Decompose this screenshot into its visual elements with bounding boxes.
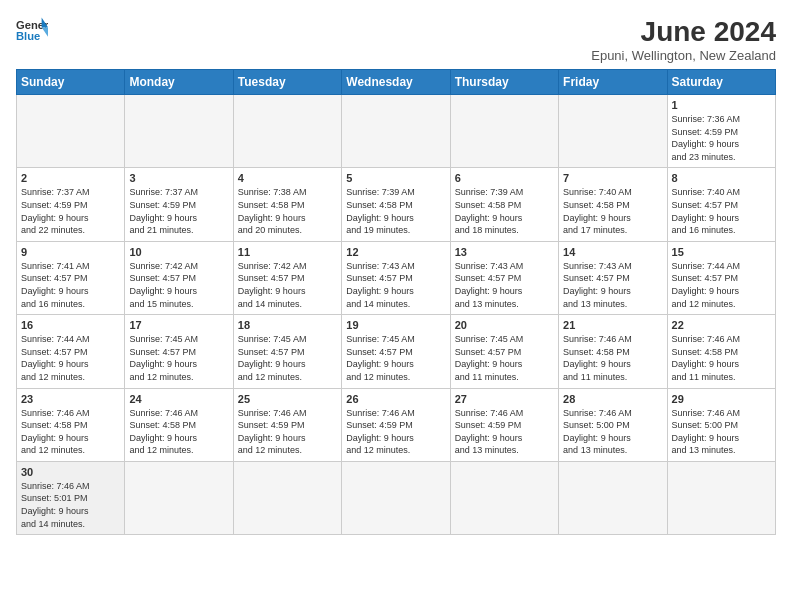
calendar-cell: 20Sunrise: 7:45 AMSunset: 4:57 PMDayligh… bbox=[450, 315, 558, 388]
day-info: Sunrise: 7:46 AMSunset: 5:00 PMDaylight:… bbox=[563, 407, 662, 457]
calendar-cell: 5Sunrise: 7:39 AMSunset: 4:58 PMDaylight… bbox=[342, 168, 450, 241]
calendar-cell: 2Sunrise: 7:37 AMSunset: 4:59 PMDaylight… bbox=[17, 168, 125, 241]
day-info: Sunrise: 7:41 AMSunset: 4:57 PMDaylight:… bbox=[21, 260, 120, 310]
day-number: 9 bbox=[21, 246, 120, 258]
day-info: Sunrise: 7:46 AMSunset: 4:58 PMDaylight:… bbox=[672, 333, 771, 383]
calendar-cell: 10Sunrise: 7:42 AMSunset: 4:57 PMDayligh… bbox=[125, 241, 233, 314]
calendar-cell: 18Sunrise: 7:45 AMSunset: 4:57 PMDayligh… bbox=[233, 315, 341, 388]
day-number: 5 bbox=[346, 172, 445, 184]
calendar-week-1: 2Sunrise: 7:37 AMSunset: 4:59 PMDaylight… bbox=[17, 168, 776, 241]
day-number: 24 bbox=[129, 393, 228, 405]
day-number: 7 bbox=[563, 172, 662, 184]
calendar-cell bbox=[125, 461, 233, 534]
calendar-cell: 12Sunrise: 7:43 AMSunset: 4:57 PMDayligh… bbox=[342, 241, 450, 314]
day-number: 27 bbox=[455, 393, 554, 405]
calendar-cell: 3Sunrise: 7:37 AMSunset: 4:59 PMDaylight… bbox=[125, 168, 233, 241]
title-block: June 2024 Epuni, Wellington, New Zealand bbox=[591, 16, 776, 63]
day-number: 16 bbox=[21, 319, 120, 331]
day-number: 19 bbox=[346, 319, 445, 331]
logo: General Blue bbox=[16, 16, 48, 44]
calendar-cell: 21Sunrise: 7:46 AMSunset: 4:58 PMDayligh… bbox=[559, 315, 667, 388]
day-info: Sunrise: 7:37 AMSunset: 4:59 PMDaylight:… bbox=[129, 186, 228, 236]
calendar-week-0: 1Sunrise: 7:36 AMSunset: 4:59 PMDaylight… bbox=[17, 95, 776, 168]
calendar-header-row: SundayMondayTuesdayWednesdayThursdayFrid… bbox=[17, 70, 776, 95]
day-number: 10 bbox=[129, 246, 228, 258]
day-number: 25 bbox=[238, 393, 337, 405]
day-info: Sunrise: 7:42 AMSunset: 4:57 PMDaylight:… bbox=[129, 260, 228, 310]
header-monday: Monday bbox=[125, 70, 233, 95]
calendar-cell: 11Sunrise: 7:42 AMSunset: 4:57 PMDayligh… bbox=[233, 241, 341, 314]
page-header: General Blue June 2024 Epuni, Wellington… bbox=[16, 16, 776, 63]
calendar-cell bbox=[667, 461, 775, 534]
calendar-cell: 8Sunrise: 7:40 AMSunset: 4:57 PMDaylight… bbox=[667, 168, 775, 241]
day-number: 13 bbox=[455, 246, 554, 258]
calendar-cell bbox=[233, 461, 341, 534]
day-info: Sunrise: 7:46 AMSunset: 4:59 PMDaylight:… bbox=[238, 407, 337, 457]
day-info: Sunrise: 7:46 AMSunset: 5:00 PMDaylight:… bbox=[672, 407, 771, 457]
day-number: 1 bbox=[672, 99, 771, 111]
day-number: 30 bbox=[21, 466, 120, 478]
day-info: Sunrise: 7:43 AMSunset: 4:57 PMDaylight:… bbox=[563, 260, 662, 310]
calendar-cell: 14Sunrise: 7:43 AMSunset: 4:57 PMDayligh… bbox=[559, 241, 667, 314]
day-number: 21 bbox=[563, 319, 662, 331]
calendar-table: SundayMondayTuesdayWednesdayThursdayFrid… bbox=[16, 69, 776, 535]
day-info: Sunrise: 7:44 AMSunset: 4:57 PMDaylight:… bbox=[672, 260, 771, 310]
calendar-cell: 16Sunrise: 7:44 AMSunset: 4:57 PMDayligh… bbox=[17, 315, 125, 388]
header-sunday: Sunday bbox=[17, 70, 125, 95]
day-number: 22 bbox=[672, 319, 771, 331]
day-info: Sunrise: 7:45 AMSunset: 4:57 PMDaylight:… bbox=[346, 333, 445, 383]
day-number: 8 bbox=[672, 172, 771, 184]
calendar-cell bbox=[342, 461, 450, 534]
day-info: Sunrise: 7:39 AMSunset: 4:58 PMDaylight:… bbox=[455, 186, 554, 236]
header-saturday: Saturday bbox=[667, 70, 775, 95]
day-info: Sunrise: 7:44 AMSunset: 4:57 PMDaylight:… bbox=[21, 333, 120, 383]
calendar-cell: 29Sunrise: 7:46 AMSunset: 5:00 PMDayligh… bbox=[667, 388, 775, 461]
day-number: 23 bbox=[21, 393, 120, 405]
calendar-cell: 9Sunrise: 7:41 AMSunset: 4:57 PMDaylight… bbox=[17, 241, 125, 314]
month-title: June 2024 bbox=[591, 16, 776, 48]
calendar-cell: 22Sunrise: 7:46 AMSunset: 4:58 PMDayligh… bbox=[667, 315, 775, 388]
day-info: Sunrise: 7:43 AMSunset: 4:57 PMDaylight:… bbox=[455, 260, 554, 310]
calendar-cell: 1Sunrise: 7:36 AMSunset: 4:59 PMDaylight… bbox=[667, 95, 775, 168]
day-info: Sunrise: 7:38 AMSunset: 4:58 PMDaylight:… bbox=[238, 186, 337, 236]
calendar-cell: 17Sunrise: 7:45 AMSunset: 4:57 PMDayligh… bbox=[125, 315, 233, 388]
calendar-week-2: 9Sunrise: 7:41 AMSunset: 4:57 PMDaylight… bbox=[17, 241, 776, 314]
day-number: 14 bbox=[563, 246, 662, 258]
day-number: 15 bbox=[672, 246, 771, 258]
calendar-cell bbox=[342, 95, 450, 168]
calendar-week-5: 30Sunrise: 7:46 AMSunset: 5:01 PMDayligh… bbox=[17, 461, 776, 534]
day-number: 26 bbox=[346, 393, 445, 405]
day-info: Sunrise: 7:45 AMSunset: 4:57 PMDaylight:… bbox=[455, 333, 554, 383]
calendar-cell: 23Sunrise: 7:46 AMSunset: 4:58 PMDayligh… bbox=[17, 388, 125, 461]
day-info: Sunrise: 7:43 AMSunset: 4:57 PMDaylight:… bbox=[346, 260, 445, 310]
calendar-cell bbox=[559, 95, 667, 168]
calendar-cell bbox=[559, 461, 667, 534]
day-number: 17 bbox=[129, 319, 228, 331]
day-info: Sunrise: 7:36 AMSunset: 4:59 PMDaylight:… bbox=[672, 113, 771, 163]
header-friday: Friday bbox=[559, 70, 667, 95]
day-info: Sunrise: 7:46 AMSunset: 4:58 PMDaylight:… bbox=[21, 407, 120, 457]
calendar-cell bbox=[125, 95, 233, 168]
day-info: Sunrise: 7:45 AMSunset: 4:57 PMDaylight:… bbox=[129, 333, 228, 383]
calendar-week-4: 23Sunrise: 7:46 AMSunset: 4:58 PMDayligh… bbox=[17, 388, 776, 461]
calendar-cell: 15Sunrise: 7:44 AMSunset: 4:57 PMDayligh… bbox=[667, 241, 775, 314]
calendar-cell: 24Sunrise: 7:46 AMSunset: 4:58 PMDayligh… bbox=[125, 388, 233, 461]
location-subtitle: Epuni, Wellington, New Zealand bbox=[591, 48, 776, 63]
calendar-cell: 7Sunrise: 7:40 AMSunset: 4:58 PMDaylight… bbox=[559, 168, 667, 241]
calendar-cell: 4Sunrise: 7:38 AMSunset: 4:58 PMDaylight… bbox=[233, 168, 341, 241]
day-info: Sunrise: 7:45 AMSunset: 4:57 PMDaylight:… bbox=[238, 333, 337, 383]
calendar-week-3: 16Sunrise: 7:44 AMSunset: 4:57 PMDayligh… bbox=[17, 315, 776, 388]
day-number: 4 bbox=[238, 172, 337, 184]
day-info: Sunrise: 7:46 AMSunset: 4:58 PMDaylight:… bbox=[563, 333, 662, 383]
day-info: Sunrise: 7:37 AMSunset: 4:59 PMDaylight:… bbox=[21, 186, 120, 236]
calendar-cell bbox=[450, 461, 558, 534]
header-thursday: Thursday bbox=[450, 70, 558, 95]
calendar-cell: 19Sunrise: 7:45 AMSunset: 4:57 PMDayligh… bbox=[342, 315, 450, 388]
header-tuesday: Tuesday bbox=[233, 70, 341, 95]
day-info: Sunrise: 7:46 AMSunset: 5:01 PMDaylight:… bbox=[21, 480, 120, 530]
calendar-cell bbox=[17, 95, 125, 168]
day-info: Sunrise: 7:46 AMSunset: 4:59 PMDaylight:… bbox=[346, 407, 445, 457]
calendar-cell: 27Sunrise: 7:46 AMSunset: 4:59 PMDayligh… bbox=[450, 388, 558, 461]
day-number: 6 bbox=[455, 172, 554, 184]
day-info: Sunrise: 7:46 AMSunset: 4:58 PMDaylight:… bbox=[129, 407, 228, 457]
